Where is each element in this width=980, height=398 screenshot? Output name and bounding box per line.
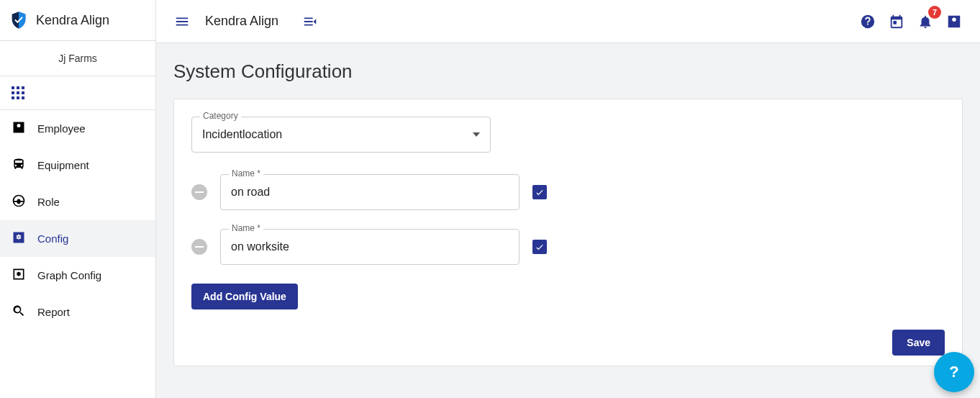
name-label: Name * — [229, 168, 263, 178]
search-icon — [12, 304, 26, 320]
brand-name: Kendra Align — [36, 13, 109, 28]
apps-button[interactable] — [0, 76, 155, 110]
chevron-down-icon — [473, 128, 480, 141]
check-icon — [535, 187, 545, 197]
sidebar-item-config[interactable]: Config — [0, 220, 155, 257]
minus-icon — [195, 246, 204, 248]
org-name: Jj Farms — [0, 41, 155, 76]
sidebar-item-label: Config — [37, 232, 68, 245]
menu-collapse-icon — [302, 14, 318, 30]
sidebar-item-label: Equipment — [37, 159, 89, 171]
account-box-icon — [946, 14, 962, 30]
shield-logo-icon — [9, 10, 29, 30]
category-value: Incidentlocation — [202, 128, 282, 141]
sidebar-nav: Employee Equipment Role Config — [0, 110, 155, 330]
config-icon — [12, 230, 26, 247]
config-row: Name * — [191, 174, 945, 210]
collapse-sidebar-button[interactable] — [296, 7, 325, 36]
topbar-title: Kendra Align — [205, 14, 278, 29]
config-name-input[interactable] — [220, 174, 520, 210]
sidebar-item-label: Employee — [37, 122, 86, 135]
svg-rect-1 — [195, 191, 204, 193]
help-circle-icon — [860, 14, 876, 30]
account-button[interactable] — [940, 7, 968, 36]
brand-row: Kendra Align — [0, 0, 155, 41]
sidebar-item-role[interactable]: Role — [0, 184, 155, 220]
config-name-input[interactable] — [220, 229, 520, 265]
sidebar-item-label: Graph Config — [37, 269, 101, 281]
sidebar-item-report[interactable]: Report — [0, 294, 155, 330]
sidebar-item-employee[interactable]: Employee — [0, 110, 155, 147]
remove-row-button[interactable] — [191, 184, 207, 200]
svg-rect-2 — [195, 246, 204, 248]
sidebar-item-equipment[interactable]: Equipment — [0, 147, 155, 184]
remove-row-button[interactable] — [191, 239, 207, 255]
graph-config-icon — [12, 267, 26, 284]
page-title: System Configuration — [173, 60, 963, 83]
calendar-button[interactable] — [882, 7, 911, 36]
category-label: Category — [200, 111, 241, 121]
sidebar-item-graph-config[interactable]: Graph Config — [0, 257, 155, 294]
sidebar-item-label: Report — [37, 306, 70, 318]
minus-icon — [195, 191, 204, 193]
help-fab[interactable]: ? — [934, 352, 974, 392]
calendar-event-icon — [889, 14, 904, 30]
category-select[interactable]: Category Incidentlocation — [191, 117, 491, 153]
notifications-button[interactable]: 7 — [911, 7, 940, 36]
save-button[interactable]: Save — [892, 330, 945, 356]
main-column: Kendra Align 7 System Configuration — [156, 0, 980, 398]
sidebar-item-label: Role — [37, 196, 60, 208]
sidebar: Kendra Align Jj Farms Employee Equipmen — [0, 0, 156, 398]
menu-button[interactable] — [168, 7, 196, 36]
name-label: Name * — [229, 223, 263, 233]
steering-icon — [12, 194, 26, 210]
row-checkbox[interactable] — [532, 240, 547, 254]
topbar: Kendra Align 7 — [156, 0, 980, 43]
help-button[interactable] — [853, 7, 882, 36]
hamburger-icon — [174, 14, 190, 30]
notifications-badge: 7 — [928, 6, 941, 19]
config-card: Category Incidentlocation Name * — [173, 99, 963, 366]
bus-icon — [12, 157, 26, 173]
apps-grid-icon — [12, 86, 24, 99]
person-box-icon — [12, 120, 26, 137]
check-icon — [535, 242, 545, 252]
content: System Configuration Category Incidentlo… — [156, 43, 980, 398]
config-row: Name * — [191, 229, 945, 265]
add-config-value-button[interactable]: Add Config Value — [191, 284, 298, 309]
row-checkbox[interactable] — [532, 185, 547, 199]
